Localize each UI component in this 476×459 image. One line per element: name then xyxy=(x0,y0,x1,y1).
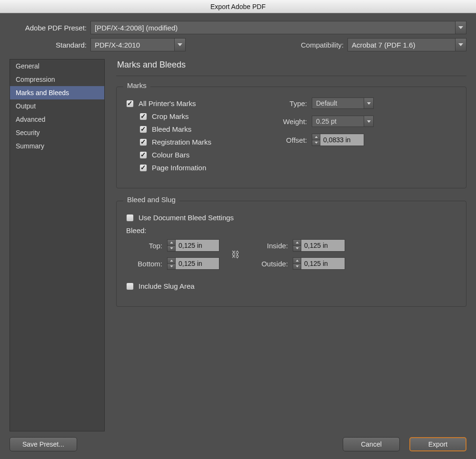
type-label: Type: xyxy=(274,99,312,107)
chevron-down-icon[interactable] xyxy=(455,21,466,34)
registration-marks-checkbox[interactable] xyxy=(139,138,147,146)
standard-dropdown[interactable]: PDF/X-4:2010 xyxy=(90,38,174,51)
weight-value: 0.25 pt xyxy=(316,117,337,125)
divider xyxy=(116,76,466,76)
compatibility-value: Acrobat 7 (PDF 1.6) xyxy=(352,41,415,49)
standard-label: Standard: xyxy=(10,41,90,49)
bleed-bottom-stepper[interactable] xyxy=(167,257,176,270)
marks-group: Marks All Printer's Marks Crop Marks Ble… xyxy=(116,87,466,188)
chevron-down-icon[interactable] xyxy=(364,116,374,127)
bleed-top-input[interactable] xyxy=(176,239,219,252)
all-printers-marks-label: All Printer's Marks xyxy=(139,99,196,107)
chevron-up-icon[interactable] xyxy=(293,258,301,264)
chevron-up-icon[interactable] xyxy=(168,240,175,246)
sidebar-item-advanced[interactable]: Advanced xyxy=(10,113,104,126)
chevron-down-icon[interactable] xyxy=(455,38,466,51)
sidebar-item-general[interactable]: General xyxy=(10,59,104,73)
weight-label: Weight: xyxy=(274,117,312,126)
bleed-bottom-label: Bottom: xyxy=(126,260,167,268)
preset-label: Adobe PDF Preset: xyxy=(10,24,90,32)
sidebar-item-summary[interactable]: Summary xyxy=(10,139,104,153)
all-printers-marks-checkbox[interactable] xyxy=(126,100,134,107)
marks-legend: Marks xyxy=(123,81,150,89)
bleed-outside-label: Outside: xyxy=(252,260,293,268)
preset-dropdown[interactable]: [PDF/X-4:2008] (modified) xyxy=(90,21,455,34)
crop-marks-label: Crop Marks xyxy=(152,112,189,120)
offset-stepper[interactable] xyxy=(312,134,320,146)
sidebar-item-security[interactable]: Security xyxy=(10,126,104,139)
bleed-top-stepper[interactable] xyxy=(167,239,176,252)
type-dropdown[interactable]: Default xyxy=(312,98,364,109)
sidebar-item-compression[interactable]: Compression xyxy=(10,73,104,86)
bleed-bottom-input[interactable] xyxy=(176,257,219,270)
chevron-down-icon[interactable] xyxy=(312,140,320,146)
sidebar: General Compression Marks and Bleeds Out… xyxy=(10,59,105,431)
chevron-up-icon[interactable] xyxy=(168,258,175,264)
page-info-checkbox[interactable] xyxy=(139,164,147,172)
use-document-bleed-label: Use Document Bleed Settings xyxy=(139,214,234,222)
compatibility-label: Compatibility: xyxy=(301,41,347,49)
chevron-down-icon[interactable] xyxy=(293,246,301,252)
link-icon[interactable]: ⛓ xyxy=(231,250,240,260)
page-info-label: Page Information xyxy=(152,164,206,172)
bleed-marks-checkbox[interactable] xyxy=(139,126,147,133)
bleed-inside-input[interactable] xyxy=(301,239,345,252)
bleed-top-label: Top: xyxy=(126,242,167,250)
offset-label: Offset: xyxy=(274,136,312,144)
crop-marks-checkbox[interactable] xyxy=(139,113,147,120)
chevron-down-icon[interactable] xyxy=(174,38,186,51)
colour-bars-checkbox[interactable] xyxy=(139,151,147,159)
sidebar-item-marks-and-bleeds[interactable]: Marks and Bleeds xyxy=(10,86,104,99)
window-title: Export Adobe PDF xyxy=(0,0,476,13)
type-value: Default xyxy=(316,99,337,107)
colour-bars-label: Colour Bars xyxy=(152,151,189,159)
bleed-slug-group: Bleed and Slug Use Document Bleed Settin… xyxy=(116,201,466,307)
bleed-heading: Bleed: xyxy=(126,226,456,234)
export-button[interactable]: Export xyxy=(409,437,466,451)
bleed-marks-label: Bleed Marks xyxy=(152,125,191,133)
include-slug-checkbox[interactable] xyxy=(126,283,134,290)
chevron-down-icon[interactable] xyxy=(293,264,301,270)
use-document-bleed-checkbox[interactable] xyxy=(126,214,134,222)
sidebar-item-output[interactable]: Output xyxy=(10,99,104,113)
save-preset-button[interactable]: Save Preset... xyxy=(10,437,77,451)
chevron-down-icon[interactable] xyxy=(364,98,374,109)
standard-value: PDF/X-4:2010 xyxy=(95,41,140,49)
weight-dropdown[interactable]: 0.25 pt xyxy=(312,116,364,127)
chevron-down-icon[interactable] xyxy=(168,246,175,252)
chevron-up-icon[interactable] xyxy=(312,134,320,140)
bleed-inside-stepper[interactable] xyxy=(293,239,301,252)
include-slug-label: Include Slug Area xyxy=(139,282,195,290)
bleed-outside-stepper[interactable] xyxy=(293,257,301,270)
registration-marks-label: Registration Marks xyxy=(152,138,211,146)
offset-input[interactable] xyxy=(320,134,364,146)
bleed-outside-input[interactable] xyxy=(301,257,345,270)
cancel-button[interactable]: Cancel xyxy=(343,437,400,451)
chevron-up-icon[interactable] xyxy=(293,240,301,246)
section-title: Marks and Bleeds xyxy=(117,60,466,70)
chevron-down-icon[interactable] xyxy=(168,264,175,270)
preset-value: [PDF/X-4:2008] (modified) xyxy=(95,24,178,32)
bleed-inside-label: Inside: xyxy=(252,242,293,250)
compatibility-dropdown[interactable]: Acrobat 7 (PDF 1.6) xyxy=(347,38,455,51)
bleed-slug-legend: Bleed and Slug xyxy=(123,195,179,204)
